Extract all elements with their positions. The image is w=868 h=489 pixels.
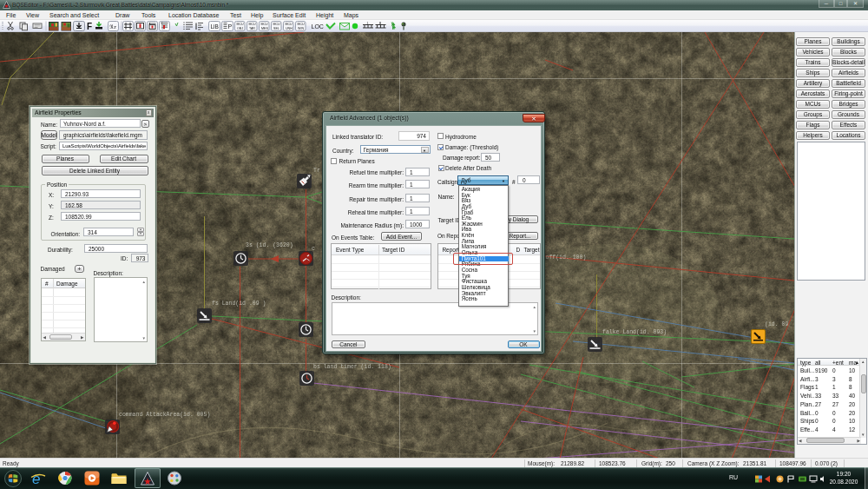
svg-text:1: 1 (367, 22, 369, 25)
svg-text:WIN: WIN (298, 27, 304, 30)
svg-text:LOC: LOC (312, 23, 324, 30)
svg-text:LiB: LiB (211, 23, 219, 30)
svg-text:MES: MES (261, 27, 268, 30)
svg-text:MCU: MCU (249, 23, 257, 26)
svg-text:MCU: MCU (286, 23, 293, 26)
svg-text:F: F (87, 22, 92, 31)
svg-text:MCU: MCU (237, 23, 245, 26)
svg-text:MCU: MCU (298, 23, 306, 26)
svg-text:e: e (32, 471, 40, 487)
svg-text:ℜz: ℜz (109, 24, 116, 30)
svg-text:OBJ: OBJ (237, 27, 243, 30)
svg-text:MCU: MCU (273, 23, 281, 26)
svg-text:SEL: SEL (273, 27, 279, 30)
svg-text:MCU: MCU (261, 23, 269, 26)
svg-text:UNH: UNH (286, 27, 293, 30)
svg-text:P: P (228, 23, 233, 30)
svg-text:TAR: TAR (249, 27, 255, 30)
